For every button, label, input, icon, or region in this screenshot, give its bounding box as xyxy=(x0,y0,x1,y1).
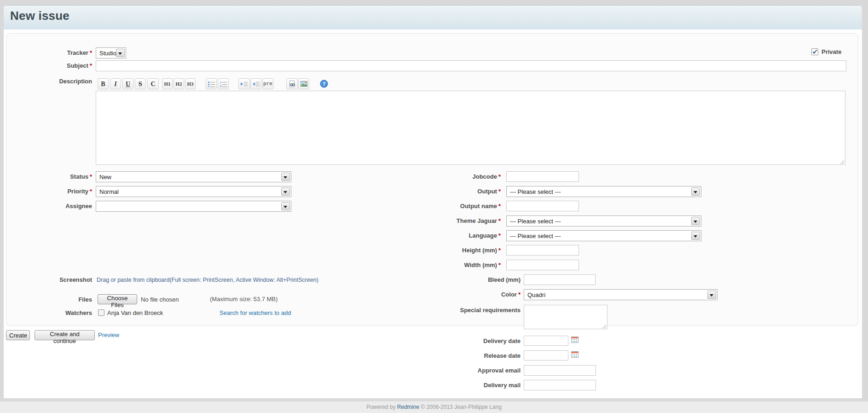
width-mm-input[interactable] xyxy=(506,260,579,270)
page-header xyxy=(4,5,862,29)
priority-select[interactable]: Normal xyxy=(96,186,291,197)
language-select-value: --- Please select --- xyxy=(510,233,561,239)
chevron-down-icon xyxy=(691,187,700,196)
search-watchers-link[interactable]: Search for watchers to add xyxy=(220,309,291,316)
outdent-icon xyxy=(253,81,260,87)
delivery-date-input[interactable] xyxy=(524,336,568,346)
toolbar-outdent-button[interactable] xyxy=(250,78,261,89)
new-issue-page: { "header": { "title": "New issue" }, "r… xyxy=(0,0,868,413)
toolbar-h2-button[interactable]: H2 xyxy=(174,78,184,89)
toolbar-bold-button[interactable]: B xyxy=(98,78,109,89)
toolbar-code-button[interactable]: C xyxy=(147,78,159,89)
toolbar-ol-button[interactable]: 1 2 xyxy=(218,78,229,89)
indent-icon xyxy=(241,81,248,87)
toolbar-italic-button[interactable]: I xyxy=(110,78,121,89)
toolbar-strikethrough-button[interactable]: S xyxy=(135,78,146,89)
screenshot-hint: Drag or paste from clipboard(Full screen… xyxy=(97,277,318,283)
toolbar-underline-button[interactable]: U xyxy=(122,78,133,89)
toolbar-link-button[interactable] xyxy=(286,78,298,89)
color-select[interactable]: Quadri xyxy=(524,289,718,300)
watcher-name: Anja Van den Broeck xyxy=(107,309,163,316)
output-name-label: Output name* xyxy=(414,203,501,210)
special-requirements-label: Special requirements xyxy=(428,307,521,314)
screenshot-label: Screenshot xyxy=(0,276,92,284)
chevron-down-icon xyxy=(281,202,290,210)
create-button[interactable]: Create xyxy=(6,330,30,340)
preview-link[interactable]: Preview xyxy=(98,332,119,338)
svg-text:?: ? xyxy=(322,81,325,87)
status-label: Status* xyxy=(0,173,92,180)
release-date-label: Release date xyxy=(428,352,521,360)
create-and-continue-button[interactable]: Create and continue xyxy=(35,330,95,340)
theme-jaguar-select[interactable]: --- Please select --- xyxy=(506,215,701,227)
subject-input[interactable] xyxy=(96,60,846,71)
watcher-checkbox[interactable] xyxy=(98,309,104,316)
description-textarea[interactable] xyxy=(96,91,845,165)
release-date-input[interactable] xyxy=(524,350,568,361)
calendar-icon[interactable] xyxy=(571,336,579,345)
theme-jaguar-select-value: --- Please select --- xyxy=(510,218,561,225)
theme-jaguar-label: Theme Jaguar* xyxy=(414,217,501,225)
delivery-mail-input[interactable] xyxy=(524,380,596,390)
image-icon xyxy=(301,81,307,87)
assignee-select[interactable] xyxy=(96,201,291,212)
language-label: Language* xyxy=(414,232,501,239)
priority-label: Priority* xyxy=(0,188,92,195)
width-mm-label: Width (mm)* xyxy=(414,262,501,269)
toolbar-pre-button[interactable]: pre xyxy=(262,78,273,89)
private-checkbox[interactable] xyxy=(811,48,818,55)
output-select[interactable]: --- Please select --- xyxy=(506,186,701,197)
choose-files-button[interactable]: Choose Files xyxy=(98,294,137,304)
assignee-label: Assignee xyxy=(0,203,92,210)
description-label: Description xyxy=(0,78,92,85)
delivery-date-label: Delivery date xyxy=(428,337,521,345)
height-mm-input[interactable] xyxy=(506,245,579,256)
max-size-note: (Maximum size: 53.7 MB) xyxy=(210,296,278,302)
chevron-down-icon xyxy=(691,217,700,225)
copyright-text: © 2006-2013 Jean-Philippe Lang xyxy=(421,404,502,410)
footer-credits: Powered by Redmine © 2006-2013 Jean-Phil… xyxy=(0,404,868,410)
calendar-icon[interactable] xyxy=(571,351,579,360)
tracker-select[interactable]: Studio xyxy=(96,47,126,58)
bleed-mm-label: Bleed (mm) xyxy=(428,276,521,284)
toolbar-indent-button[interactable] xyxy=(238,78,250,89)
tracker-select-value: Studio xyxy=(99,50,116,57)
chevron-down-icon xyxy=(281,173,290,181)
output-label: Output* xyxy=(414,188,501,195)
powered-by-text: Powered by xyxy=(366,404,395,410)
output-select-value: --- Please select --- xyxy=(510,188,561,195)
status-select-value: New xyxy=(99,174,111,180)
delivery-mail-label: Delivery mail xyxy=(428,382,521,389)
priority-select-value: Normal xyxy=(99,188,119,195)
file-chosen-status: No file chosen xyxy=(141,296,179,303)
jobcode-input[interactable] xyxy=(506,171,579,182)
approval-email-input[interactable] xyxy=(524,365,596,376)
chevron-down-icon xyxy=(281,187,290,196)
ordered-list-icon: 1 2 xyxy=(220,81,227,87)
color-select-value: Quadri xyxy=(527,291,545,298)
chevron-down-icon xyxy=(116,49,125,57)
svg-text:2: 2 xyxy=(220,85,222,87)
watchers-label: Watchers xyxy=(0,309,92,317)
check-icon xyxy=(812,49,818,55)
toolbar-h1-button[interactable]: H1 xyxy=(162,78,173,89)
output-name-input[interactable] xyxy=(506,201,579,211)
language-select[interactable]: --- Please select --- xyxy=(506,230,701,241)
private-label: Private xyxy=(822,48,841,56)
help-icon: ? xyxy=(320,80,328,88)
toolbar-h3-button[interactable]: H3 xyxy=(185,78,196,89)
status-select[interactable]: New xyxy=(96,171,291,182)
color-label: Color* xyxy=(428,291,521,298)
special-requirements-textarea[interactable] xyxy=(524,305,608,329)
approval-email-label: Approval email xyxy=(428,367,521,374)
toolbar-help-button[interactable]: ? xyxy=(318,78,329,89)
toolbar-image-button[interactable] xyxy=(298,78,309,89)
unordered-list-icon xyxy=(208,81,215,87)
toolbar-ul-button[interactable] xyxy=(206,78,217,89)
tracker-label: Tracker* xyxy=(0,49,92,57)
jobcode-label: Jobcode* xyxy=(414,173,501,180)
redmine-link[interactable]: Redmine xyxy=(397,404,419,410)
subject-label: Subject* xyxy=(0,62,92,70)
bleed-mm-input[interactable] xyxy=(524,274,596,285)
page-title: New issue xyxy=(10,9,69,23)
